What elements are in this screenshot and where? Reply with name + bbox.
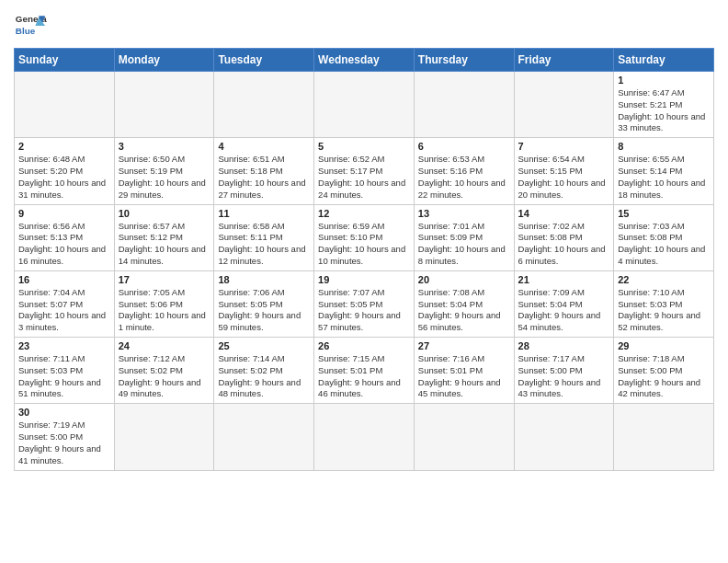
day-number: 12 xyxy=(318,208,410,219)
calendar-cell: 14Sunrise: 7:02 AM Sunset: 5:08 PM Dayli… xyxy=(514,204,614,270)
calendar-cell: 5Sunrise: 6:52 AM Sunset: 5:17 PM Daylig… xyxy=(314,138,415,204)
calendar-cell: 30Sunrise: 7:19 AM Sunset: 5:00 PM Dayli… xyxy=(15,404,115,470)
calendar-cell: 7Sunrise: 6:54 AM Sunset: 5:15 PM Daylig… xyxy=(514,138,614,204)
calendar-cell: 23Sunrise: 7:11 AM Sunset: 5:03 PM Dayli… xyxy=(15,338,115,404)
day-info: Sunrise: 7:16 AM Sunset: 5:01 PM Dayligh… xyxy=(418,353,510,400)
calendar-table: SundayMondayTuesdayWednesdayThursdayFrid… xyxy=(14,48,714,471)
calendar-cell: 18Sunrise: 7:06 AM Sunset: 5:05 PM Dayli… xyxy=(214,270,314,337)
calendar-cell xyxy=(414,404,514,470)
day-number: 6 xyxy=(418,141,510,152)
calendar-cell: 24Sunrise: 7:12 AM Sunset: 5:02 PM Dayli… xyxy=(114,338,214,404)
day-number: 4 xyxy=(218,141,310,152)
day-number: 18 xyxy=(218,274,310,285)
day-info: Sunrise: 7:11 AM Sunset: 5:03 PM Dayligh… xyxy=(18,353,110,400)
day-number: 3 xyxy=(119,141,210,152)
day-info: Sunrise: 7:07 AM Sunset: 5:05 PM Dayligh… xyxy=(318,287,410,334)
day-info: Sunrise: 6:56 AM Sunset: 5:13 PM Dayligh… xyxy=(18,221,110,268)
day-info: Sunrise: 7:10 AM Sunset: 5:03 PM Dayligh… xyxy=(618,287,710,334)
day-info: Sunrise: 7:18 AM Sunset: 5:00 PM Dayligh… xyxy=(618,353,710,400)
calendar-cell: 6Sunrise: 6:53 AM Sunset: 5:16 PM Daylig… xyxy=(414,138,514,204)
day-info: Sunrise: 7:01 AM Sunset: 5:09 PM Dayligh… xyxy=(418,221,510,268)
day-header-thursday: Thursday xyxy=(414,49,514,72)
day-info: Sunrise: 6:48 AM Sunset: 5:20 PM Dayligh… xyxy=(18,154,110,201)
day-number: 15 xyxy=(618,208,710,219)
day-number: 20 xyxy=(418,274,510,285)
day-number: 8 xyxy=(618,141,710,152)
day-info: Sunrise: 6:47 AM Sunset: 5:21 PM Dayligh… xyxy=(618,87,710,134)
day-info: Sunrise: 7:05 AM Sunset: 5:06 PM Dayligh… xyxy=(119,287,210,334)
day-info: Sunrise: 7:17 AM Sunset: 5:00 PM Dayligh… xyxy=(518,353,610,400)
calendar-cell: 25Sunrise: 7:14 AM Sunset: 5:02 PM Dayli… xyxy=(214,338,314,404)
calendar-cell xyxy=(114,404,214,470)
calendar-cell: 16Sunrise: 7:04 AM Sunset: 5:07 PM Dayli… xyxy=(15,270,115,337)
calendar-cell: 21Sunrise: 7:09 AM Sunset: 5:04 PM Dayli… xyxy=(514,270,614,337)
day-number: 30 xyxy=(18,407,110,418)
calendar-cell xyxy=(114,72,214,138)
day-number: 25 xyxy=(218,340,310,351)
svg-text:Blue: Blue xyxy=(16,26,36,36)
calendar-cell xyxy=(614,404,714,470)
day-info: Sunrise: 6:50 AM Sunset: 5:19 PM Dayligh… xyxy=(119,154,210,201)
day-info: Sunrise: 6:52 AM Sunset: 5:17 PM Dayligh… xyxy=(318,154,410,201)
day-header-wednesday: Wednesday xyxy=(314,49,415,72)
calendar-cell: 1Sunrise: 6:47 AM Sunset: 5:21 PM Daylig… xyxy=(614,72,714,138)
week-row-3: 16Sunrise: 7:04 AM Sunset: 5:07 PM Dayli… xyxy=(15,270,714,337)
day-info: Sunrise: 6:54 AM Sunset: 5:15 PM Dayligh… xyxy=(518,154,610,201)
day-header-tuesday: Tuesday xyxy=(214,49,314,72)
calendar-cell: 27Sunrise: 7:16 AM Sunset: 5:01 PM Dayli… xyxy=(414,338,514,404)
day-number: 22 xyxy=(618,274,710,285)
day-number: 10 xyxy=(119,208,210,219)
calendar-cell: 9Sunrise: 6:56 AM Sunset: 5:13 PM Daylig… xyxy=(15,204,115,270)
day-info: Sunrise: 6:58 AM Sunset: 5:11 PM Dayligh… xyxy=(218,221,310,268)
day-info: Sunrise: 7:06 AM Sunset: 5:05 PM Dayligh… xyxy=(218,287,310,334)
calendar-cell: 2Sunrise: 6:48 AM Sunset: 5:20 PM Daylig… xyxy=(15,138,115,204)
calendar-cell xyxy=(514,404,614,470)
day-info: Sunrise: 6:59 AM Sunset: 5:10 PM Dayligh… xyxy=(318,221,410,268)
logo-icon: General Blue xyxy=(14,9,47,42)
day-number: 17 xyxy=(119,274,210,285)
day-number: 26 xyxy=(318,340,410,351)
calendar-cell xyxy=(214,404,314,470)
week-row-4: 23Sunrise: 7:11 AM Sunset: 5:03 PM Dayli… xyxy=(15,338,714,404)
week-row-5: 30Sunrise: 7:19 AM Sunset: 5:00 PM Dayli… xyxy=(15,404,714,470)
week-row-1: 2Sunrise: 6:48 AM Sunset: 5:20 PM Daylig… xyxy=(15,138,714,204)
calendar-cell: 22Sunrise: 7:10 AM Sunset: 5:03 PM Dayli… xyxy=(614,270,714,337)
calendar-cell: 20Sunrise: 7:08 AM Sunset: 5:04 PM Dayli… xyxy=(414,270,514,337)
day-number: 11 xyxy=(218,208,310,219)
day-info: Sunrise: 6:53 AM Sunset: 5:16 PM Dayligh… xyxy=(418,154,510,201)
calendar-cell: 4Sunrise: 6:51 AM Sunset: 5:18 PM Daylig… xyxy=(214,138,314,204)
day-number: 19 xyxy=(318,274,410,285)
calendar-header-row: SundayMondayTuesdayWednesdayThursdayFrid… xyxy=(15,49,714,72)
calendar-cell xyxy=(414,72,514,138)
day-header-monday: Monday xyxy=(114,49,214,72)
calendar-cell xyxy=(314,72,415,138)
day-header-sunday: Sunday xyxy=(15,49,115,72)
day-number: 9 xyxy=(18,208,110,219)
day-number: 27 xyxy=(418,340,510,351)
calendar-cell: 13Sunrise: 7:01 AM Sunset: 5:09 PM Dayli… xyxy=(414,204,514,270)
day-number: 7 xyxy=(518,141,610,152)
calendar-cell: 3Sunrise: 6:50 AM Sunset: 5:19 PM Daylig… xyxy=(114,138,214,204)
day-info: Sunrise: 7:02 AM Sunset: 5:08 PM Dayligh… xyxy=(518,221,610,268)
day-number: 2 xyxy=(18,141,110,152)
calendar-cell: 15Sunrise: 7:03 AM Sunset: 5:08 PM Dayli… xyxy=(614,204,714,270)
day-number: 13 xyxy=(418,208,510,219)
calendar-cell xyxy=(15,72,115,138)
calendar-cell: 29Sunrise: 7:18 AM Sunset: 5:00 PM Dayli… xyxy=(614,338,714,404)
logo: General Blue xyxy=(14,9,47,42)
week-row-0: 1Sunrise: 6:47 AM Sunset: 5:21 PM Daylig… xyxy=(15,72,714,138)
day-info: Sunrise: 6:55 AM Sunset: 5:14 PM Dayligh… xyxy=(618,154,710,201)
page-header: General Blue xyxy=(14,9,714,42)
calendar-cell: 26Sunrise: 7:15 AM Sunset: 5:01 PM Dayli… xyxy=(314,338,415,404)
day-info: Sunrise: 7:04 AM Sunset: 5:07 PM Dayligh… xyxy=(18,287,110,334)
calendar-cell: 19Sunrise: 7:07 AM Sunset: 5:05 PM Dayli… xyxy=(314,270,415,337)
calendar-cell xyxy=(314,404,415,470)
week-row-2: 9Sunrise: 6:56 AM Sunset: 5:13 PM Daylig… xyxy=(15,204,714,270)
day-info: Sunrise: 6:57 AM Sunset: 5:12 PM Dayligh… xyxy=(119,221,210,268)
day-info: Sunrise: 6:51 AM Sunset: 5:18 PM Dayligh… xyxy=(218,154,310,201)
day-number: 5 xyxy=(318,141,410,152)
calendar-cell: 12Sunrise: 6:59 AM Sunset: 5:10 PM Dayli… xyxy=(314,204,415,270)
day-number: 21 xyxy=(518,274,610,285)
day-info: Sunrise: 7:03 AM Sunset: 5:08 PM Dayligh… xyxy=(618,221,710,268)
day-number: 1 xyxy=(618,75,710,86)
